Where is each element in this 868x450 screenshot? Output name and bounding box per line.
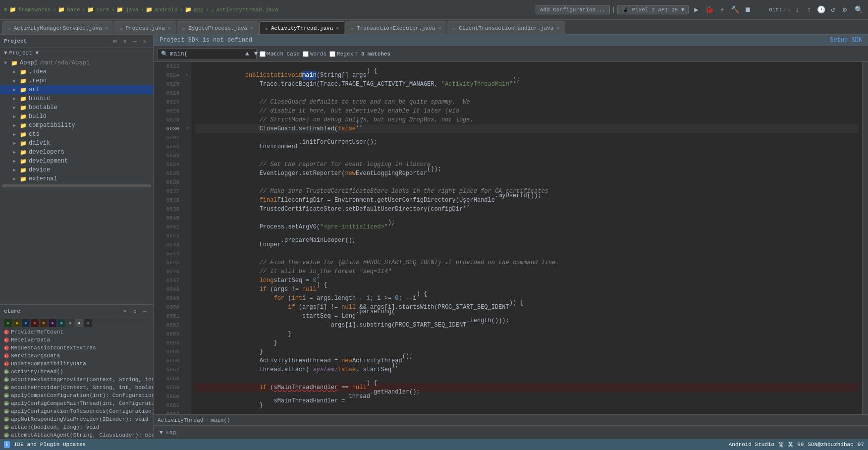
search-option-words[interactable]: Words xyxy=(303,51,326,57)
device-selector[interactable]: 📱 Pixel 2 API 28 ▼ xyxy=(617,5,689,14)
breadcrumb-sep: › xyxy=(205,417,209,423)
tree-item-compatibility[interactable]: ▶ 📁 compatibility xyxy=(0,121,153,130)
structure-settings-btn[interactable]: ⚙ xyxy=(130,307,139,316)
status-num: 99 xyxy=(797,442,804,448)
structure-sort-btn[interactable]: ≡ xyxy=(110,307,119,316)
editor-scrollbar[interactable] xyxy=(862,62,868,414)
java-file-icon: ☕ xyxy=(119,25,123,31)
java-file-icon: ☕ xyxy=(265,25,268,31)
struct-icon-red[interactable]: ● xyxy=(31,319,39,327)
struct-item[interactable]: m applyConfigCompatMainThread(int, Confi… xyxy=(0,399,153,407)
setup-sdk-link[interactable]: Setup SDK xyxy=(830,37,862,44)
folder-icon: 📁 xyxy=(20,167,27,173)
struct-item[interactable]: m acquireProvider(Context, String, int, … xyxy=(0,384,153,392)
run-button[interactable]: ▶ xyxy=(691,4,702,15)
build-button[interactable]: 🔨 xyxy=(729,4,740,15)
fold-marker[interactable]: ▽ xyxy=(183,124,191,133)
log-tab[interactable]: ▼ Log xyxy=(154,428,182,438)
tab-transaction-executor[interactable]: ☕ TransactionExecutor.java ✕ xyxy=(345,21,446,34)
struct-item[interactable]: C ReceiverData xyxy=(0,336,153,344)
code-content[interactable]: public static void main(String[] args) {… xyxy=(191,62,862,414)
struct-icon-purple[interactable]: ● xyxy=(49,319,56,327)
struct-item[interactable]: C UpdateCompatibilityData xyxy=(0,360,153,368)
settings-icon[interactable]: ⚙ xyxy=(839,4,850,15)
tree-item-dalvik[interactable]: ▶ 📁 dalvik xyxy=(0,139,153,148)
close-tab-icon[interactable]: ✕ xyxy=(105,25,108,31)
breadcrumb-activity-thread[interactable]: ActivityThread xyxy=(158,417,203,423)
tree-item-build[interactable]: ▶ 📁 build xyxy=(0,112,153,121)
search-input[interactable] xyxy=(170,51,242,57)
add-config-button[interactable]: Add Configuration... xyxy=(536,5,610,14)
folder-icon: 📁 xyxy=(20,140,27,147)
words-checkbox[interactable] xyxy=(303,51,309,57)
tree-item-device[interactable]: ▶ 📁 device xyxy=(0,166,153,174)
prev-match-icon[interactable]: ▲ xyxy=(244,50,251,58)
git-push-button[interactable]: ↑ xyxy=(804,4,814,15)
tab-activity-thread[interactable]: ☕ ActivityThread.java ✕ xyxy=(259,21,344,34)
close-tab-icon[interactable]: ✕ xyxy=(556,25,559,31)
tree-item-repo[interactable]: ▶ 📁 .repo xyxy=(0,76,153,85)
tree-item-art[interactable]: ▶ 📁 art xyxy=(0,85,153,94)
struct-icon-teal[interactable]: ● xyxy=(57,319,65,327)
struct-item[interactable]: m acquireExistingProvider(Context, Strin… xyxy=(0,376,153,384)
structure-filter-btn[interactable]: ≈ xyxy=(120,307,129,316)
struct-icon-white[interactable]: ● xyxy=(75,319,83,327)
git-update-button[interactable]: ↓ xyxy=(792,4,803,15)
code-line xyxy=(195,214,858,223)
struct-item[interactable]: m ActivityThread() xyxy=(0,368,153,376)
project-root[interactable]: ▼ Project ▼ xyxy=(0,48,153,58)
sidebar-tool-close[interactable]: — xyxy=(130,37,139,46)
next-match-icon[interactable]: ▼ xyxy=(253,50,260,58)
structure-close-btn[interactable]: — xyxy=(140,307,149,316)
search-option-regex[interactable]: Regex ? xyxy=(329,51,358,57)
tree-item-external[interactable]: ▶ 📁 external xyxy=(0,174,153,183)
match-case-checkbox[interactable] xyxy=(260,51,266,57)
fold-marker[interactable]: ▽ xyxy=(183,71,191,80)
tree-item-development[interactable]: ▶ 📁 development xyxy=(0,157,153,166)
tab-zygote-process[interactable]: ☕ ZygoteProcess.java ✕ xyxy=(177,21,259,34)
search-option-matchcase[interactable]: Match Case xyxy=(260,51,300,57)
struct-item[interactable]: m attach(boolean, long): void xyxy=(0,423,153,431)
search-everywhere-button[interactable]: 🔍 xyxy=(853,4,864,15)
struct-item[interactable]: C ProviderRefCount xyxy=(0,328,153,336)
sidebar-scrollbar[interactable] xyxy=(2,184,151,187)
project-root-item[interactable]: ▼ 📁 Aosp1 /mnt/sda/Aosp1 xyxy=(0,58,153,67)
tree-item-bionic[interactable]: ▶ 📁 bionic xyxy=(0,94,153,103)
debug-button[interactable]: 🐞 xyxy=(704,4,714,15)
struct-item[interactable]: m attemptAttachAgent(String, ClassLoader… xyxy=(0,431,153,439)
close-tab-icon[interactable]: ✕ xyxy=(168,25,171,31)
sidebar-tool-settings[interactable]: ⚙ xyxy=(120,37,129,46)
struct-dot-icon: m xyxy=(4,425,9,430)
struct-icon-gray[interactable]: ● xyxy=(66,319,74,327)
struct-item[interactable]: C ServiceArgsData xyxy=(0,352,153,360)
close-tab-icon[interactable]: ✕ xyxy=(438,25,441,31)
tree-item-cts[interactable]: ▶ 📁 cts xyxy=(0,130,153,139)
struct-icon-blue[interactable]: ● xyxy=(22,319,30,327)
struct-icon-dark[interactable]: ● xyxy=(84,319,92,327)
regex-checkbox[interactable] xyxy=(329,51,335,57)
close-tab-icon[interactable]: ✕ xyxy=(336,25,339,31)
git-rollback-button[interactable]: ↺ xyxy=(827,4,838,15)
struct-item[interactable]: m appNotRespondingViaProvider(IBinder): … xyxy=(0,415,153,423)
struct-item[interactable]: m applyCompatConfiguration(int): Configu… xyxy=(0,392,153,399)
struct-item[interactable]: m applyConfigurationToResources(Configur… xyxy=(0,407,153,415)
ide-update-badge[interactable]: ℹ xyxy=(4,441,10,448)
profile-button[interactable]: ⚡ xyxy=(716,4,727,15)
tree-item-developers[interactable]: ▶ 📁 developers xyxy=(0,148,153,157)
close-tab-icon[interactable]: ✕ xyxy=(250,25,253,31)
struct-dot-icon: C xyxy=(4,345,9,350)
git-history-button[interactable]: 🕐 xyxy=(815,4,826,15)
struct-item[interactable]: C RequestAssistContextExtras xyxy=(0,344,153,352)
tree-item-idea[interactable]: ▶ 📁 .idea xyxy=(0,67,153,76)
sidebar-tool-minimize[interactable]: ✕ xyxy=(140,37,149,46)
tab-process[interactable]: ☕ Process.java ✕ xyxy=(114,21,176,34)
tab-activity-manager-service[interactable]: ☕ ActivityManagerService.java ✕ xyxy=(2,21,113,34)
breadcrumb-main[interactable]: main() xyxy=(211,417,230,423)
struct-icon-yellow[interactable]: ● xyxy=(13,319,21,327)
tab-client-transaction-handler[interactable]: ☕ ClientTransactionHandler.java ✕ xyxy=(447,21,565,34)
sidebar-tool-expand[interactable]: ⊟ xyxy=(110,37,119,46)
tree-item-bootable[interactable]: ▶ 📁 bootable xyxy=(0,103,153,112)
stop-button[interactable]: ⏹ xyxy=(742,4,753,15)
struct-icon-orange[interactable]: ● xyxy=(40,319,48,327)
struct-icon-green[interactable]: ● xyxy=(4,319,12,327)
